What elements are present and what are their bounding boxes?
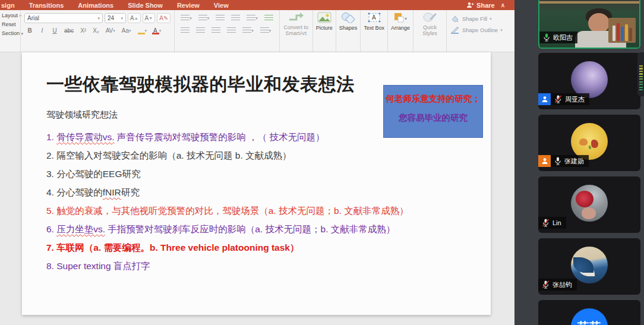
convert-to-smartart-button[interactable]: Convert to SmartArt	[279, 10, 312, 52]
text-box-icon: A	[367, 12, 381, 23]
underline-button[interactable]: U	[49, 26, 60, 36]
justify-button[interactable]	[225, 26, 238, 36]
dropdown-icon: ▾	[94, 16, 100, 21]
character-spacing-button[interactable]: AV▾	[103, 26, 118, 36]
section-button[interactable]: Section ▾	[2, 30, 20, 36]
list-item: 5. 触觉的衰减，与其他视听觉预警的对比，驾驶场景（a. 技术无问题；b. 文献…	[46, 206, 480, 216]
quick-styles-button[interactable]: Quick Styles	[413, 10, 446, 52]
participant-name: 周亚杰	[565, 95, 585, 104]
participant-name: 张喆钧	[553, 280, 572, 289]
avatar: 艺艺	[571, 308, 608, 325]
tab-design[interactable]: sign	[1, 2, 15, 9]
tab-review[interactable]: Review	[177, 2, 200, 9]
slide-subtitle: 驾驶领域研究想法	[46, 109, 118, 121]
layout-button[interactable]: Layout ▾	[2, 12, 20, 18]
italic-button[interactable]: I	[37, 26, 48, 36]
superscript-button[interactable]: X²	[78, 26, 89, 36]
paragraph-group: ▾ ▾ ▾ ▾ ▾	[174, 10, 279, 52]
strikethrough-button[interactable]: abc	[62, 26, 76, 36]
shapes-button[interactable]: Shapes	[336, 10, 361, 52]
avatar	[571, 61, 608, 98]
columns-button[interactable]: ▾	[240, 26, 256, 36]
mic-muted-icon	[542, 280, 550, 289]
arrange-icon: ▾	[393, 12, 408, 23]
dropdown-icon: ▾	[117, 16, 123, 21]
tab-animations[interactable]: Animations	[78, 2, 113, 9]
mic-muted-icon	[554, 95, 562, 103]
tab-slide-show[interactable]: Slide Show	[128, 2, 163, 9]
picture-icon	[317, 12, 332, 23]
participants-sidebar: 欧阳吉 周亚杰	[514, 0, 644, 325]
arrange-button[interactable]: ▾ Arrange	[387, 10, 413, 52]
font-size-select[interactable]: 24▾	[105, 13, 126, 23]
avatar	[571, 185, 608, 222]
video-tile[interactable]: 张喆钧	[538, 238, 640, 295]
video-tile[interactable]: 周亚杰	[538, 53, 640, 109]
avatar-initials: 艺艺	[577, 319, 601, 325]
clear-formatting-button[interactable]: A✎	[157, 13, 171, 23]
video-tile[interactable]: 艺艺	[538, 300, 640, 325]
note-box[interactable]: 何老师乐意支持的研究； 您容易毕业的研究	[383, 85, 483, 138]
video-tile-active-speaker[interactable]: 欧阳吉	[538, 0, 640, 49]
slide-canvas[interactable]: 一些依靠驾驶模拟器的毕业和发表想法 何老师乐意支持的研究； 您容易毕业的研究 驾…	[22, 52, 491, 315]
increase-indent-button[interactable]	[229, 13, 242, 23]
participant-name: 张建勋	[564, 157, 584, 166]
add-person-icon	[466, 2, 474, 8]
mic-on-icon	[554, 157, 561, 165]
tab-transitions[interactable]: Transitions	[29, 2, 64, 9]
bullet-list-button[interactable]: ▾	[178, 13, 194, 23]
shape-format-group: Shape Fill▾ Shape Outline▾	[446, 10, 506, 52]
align-left-button[interactable]	[178, 26, 192, 36]
align-right-button[interactable]	[209, 26, 223, 36]
text-direction-button[interactable]: ▾	[258, 26, 274, 36]
numbered-list-button[interactable]: ▾	[196, 13, 212, 23]
svg-text:A: A	[372, 14, 376, 21]
shape-outline-button[interactable]: Shape Outline▾	[450, 26, 503, 34]
highlight-color-button[interactable]: ▾	[135, 26, 150, 36]
video-tile[interactable]: Lin	[538, 176, 640, 233]
subscript-button[interactable]: X₂	[90, 26, 102, 36]
font-name-select[interactable]: Arial▾	[24, 13, 103, 23]
note-box-line2: 您容易毕业的研究	[384, 112, 482, 124]
slide-workspace: 一些依靠驾驶模拟器的毕业和发表想法 何老师乐意支持的研究； 您容易毕业的研究 驾…	[0, 52, 514, 325]
presenter-badge-icon	[538, 155, 551, 167]
increase-font-size-button[interactable]: A▲	[128, 13, 141, 23]
decrease-indent-button[interactable]	[213, 13, 227, 23]
svg-text:▾: ▾	[405, 16, 407, 21]
shape-fill-button[interactable]: Shape Fill▾	[450, 15, 503, 23]
slide-title[interactable]: 一些依靠驾驶模拟器的毕业和发表想法	[46, 72, 355, 97]
list-item: 8. Super texting 盲点打字	[46, 261, 480, 272]
decrease-font-size-button[interactable]: A▼	[143, 13, 156, 23]
list-item: 4. 分心驾驶的fNIR研究	[46, 187, 480, 198]
font-group: Arial▾ 24▾ A▲ A▼ A✎ B I U abc X² X₂ AV▾ …	[20, 10, 174, 52]
bookshelf	[608, 18, 636, 43]
table-icon[interactable]	[262, 13, 276, 23]
shape-outline-icon	[450, 26, 460, 34]
font-color-button[interactable]: A▾	[151, 26, 163, 36]
avatar	[571, 123, 608, 160]
share-button[interactable]: Share	[466, 2, 495, 9]
list-item: 3. 分心驾驶的EEG研究	[46, 169, 480, 179]
avatar	[571, 247, 608, 283]
text-box-button[interactable]: A Text Box	[360, 10, 387, 52]
bold-button[interactable]: B	[24, 26, 35, 36]
mic-muted-icon	[542, 219, 550, 227]
quick-styles-icon	[422, 12, 437, 23]
collapse-ribbon-icon[interactable]: ∧	[501, 2, 505, 8]
reset-button[interactable]: Reset	[2, 21, 20, 27]
video-tile[interactable]: 张建勋	[538, 115, 640, 171]
mic-on-icon	[543, 33, 550, 42]
tab-view[interactable]: View	[214, 2, 229, 9]
ribbon-toolbar: Layout ▾ Reset Section ▾ Arial▾ 24▾ A▲ A…	[0, 10, 514, 52]
line-spacing-button[interactable]: ▾	[244, 13, 260, 23]
smartart-icon	[288, 12, 304, 23]
idea-list[interactable]: 1. 骨传导震动vs. 声音传导震动对驾驶预警的影响 ，（ 技术无问题） 2. …	[46, 132, 480, 279]
change-case-button[interactable]: Aa▾	[119, 26, 134, 36]
list-item: 7. 车联网（a. 需要编程。b. Three vehicle platooni…	[46, 242, 480, 253]
shapes-icon	[340, 12, 356, 23]
slide-commands-group: Layout ▾ Reset Section ▾	[0, 10, 20, 52]
ribbon-tab-bar: sign Transitions Animations Slide Show R…	[0, 0, 514, 10]
picture-button[interactable]: Picture	[312, 10, 336, 52]
participant-name: Lin	[553, 219, 561, 226]
align-center-button[interactable]	[194, 26, 207, 36]
